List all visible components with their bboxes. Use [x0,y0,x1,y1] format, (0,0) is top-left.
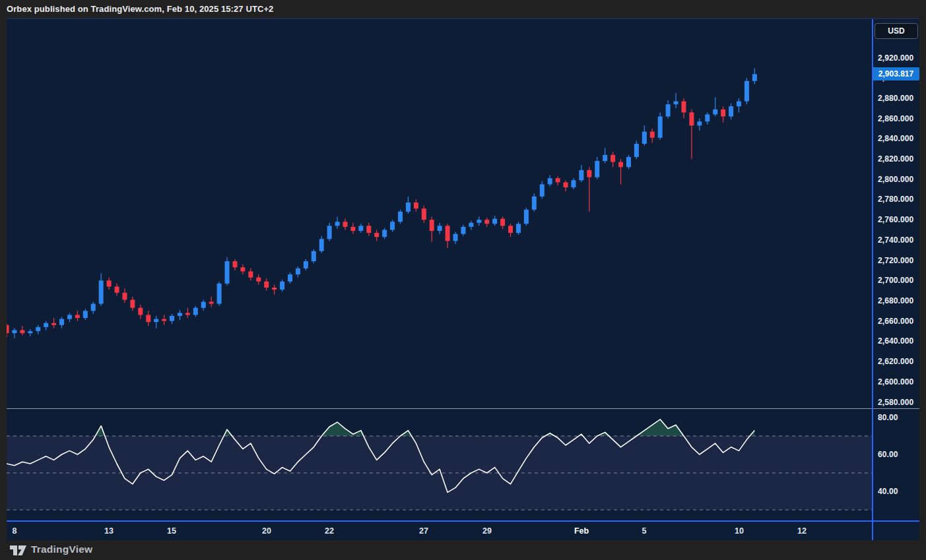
candle-body [532,197,537,210]
candle-body [343,222,347,227]
candle-body [7,325,9,333]
time-axis[interactable]: 8131520222729Feb51012 [7,520,919,540]
price-tick-label: 2,920.000 [878,53,919,63]
candle-body [508,226,513,233]
candle-body [154,319,158,323]
candle-body [272,288,277,290]
candle-body [461,227,465,234]
candle-body [327,226,332,239]
candle-body [500,219,505,226]
candle-body [721,109,725,117]
candle-body [744,81,749,102]
candle-body [288,274,292,282]
candle-body [304,261,308,268]
price-tick-label: 2,640.000 [878,336,919,346]
candle-body [626,157,631,167]
time-tick-label: Feb [574,526,589,536]
candle-body [138,308,143,315]
price-tick-label: 2,760.000 [878,214,919,225]
price-tick-label: 2,660.000 [878,316,919,327]
candle-body [59,319,64,325]
candle-body [579,170,583,180]
price-tick-label: 2,580.000 [878,397,919,408]
candle-body [438,226,442,231]
candle-body [540,184,545,196]
candle-body [91,304,96,311]
price-tick-label: 2,600.000 [878,377,919,387]
time-tick-label: 12 [797,526,807,536]
candle-body [658,117,663,138]
candle-body [382,230,387,237]
candle-body [564,182,568,187]
candle-body [697,121,702,125]
candle-body [611,155,615,162]
candle-body [430,220,434,231]
candle-body [296,268,300,274]
candle-body [107,280,112,286]
candle-body [122,293,127,300]
footer-brand[interactable]: TradingView [31,544,92,555]
price-tick-label: 2,700.000 [878,275,919,286]
price-tick-label: 2,820.000 [878,154,919,164]
candle-body [162,319,166,321]
price-tick-label: 2,780.000 [878,194,919,204]
candle-body [264,282,269,288]
candle-body [618,162,623,168]
time-tick-label: 29 [482,526,492,536]
price-tick-label: 2,740.000 [878,235,919,245]
candle-body [256,278,261,282]
candle-body [12,330,17,333]
price-tick-label: 2,840.000 [878,133,919,144]
candle-body [571,180,576,187]
candle-body [595,161,599,177]
currency-toggle-button[interactable]: USD [875,23,918,39]
candle-body [20,330,24,333]
candle-body [240,267,245,271]
price-tick-label: 2,620.000 [878,356,919,367]
candle-body [225,261,230,284]
candle-body [280,282,284,290]
candle-body [28,331,32,333]
candle-body [67,315,72,319]
candle-body [689,112,694,125]
rsi-tick-label: 40.00 [878,486,919,497]
candle-body [587,170,591,177]
candle-body [666,104,671,116]
time-tick-label: 5 [642,526,647,536]
candle-body [681,102,686,113]
candle-body [737,102,741,107]
tradingview-logo-icon[interactable] [9,542,27,557]
candle-body [642,132,647,144]
publish-header: Orbex published on TradingView.com, Feb … [0,0,926,18]
candle-body [201,302,206,308]
candle-body [705,114,710,121]
candle-body [51,323,56,325]
candle-body [75,315,80,318]
time-tick-label: 22 [325,526,334,536]
rsi-pane[interactable] [7,409,919,520]
rsi-tick-label: 60.00 [878,449,919,460]
rsi-tick-label: 80.00 [878,412,919,423]
candle-body [217,284,222,304]
price-tick-label: 2,720.000 [878,255,919,266]
candle-body [209,302,214,304]
time-tick-label: 15 [167,526,176,536]
candle-body [398,212,403,222]
candle-body [319,239,324,251]
page: Orbex published on TradingView.com, Feb … [0,0,926,560]
candle-body [178,313,182,316]
candle-body [312,251,316,261]
candle-body [674,102,678,105]
chart-widget[interactable]: 2,920.0002,900.0002,880.0002,860.0002,84… [7,18,919,539]
candle-body [713,109,717,115]
candle-body [603,155,607,161]
price-pane[interactable] [7,19,919,408]
publish-title: Orbex published on TradingView.com, Feb … [0,4,273,14]
candle-body [634,144,639,157]
candle-body [422,208,426,220]
price-tick-label: 2,800.000 [878,174,919,185]
candle-body [366,226,371,233]
candle-body [146,315,150,322]
candle-body [248,271,253,277]
candle-body [374,233,379,237]
